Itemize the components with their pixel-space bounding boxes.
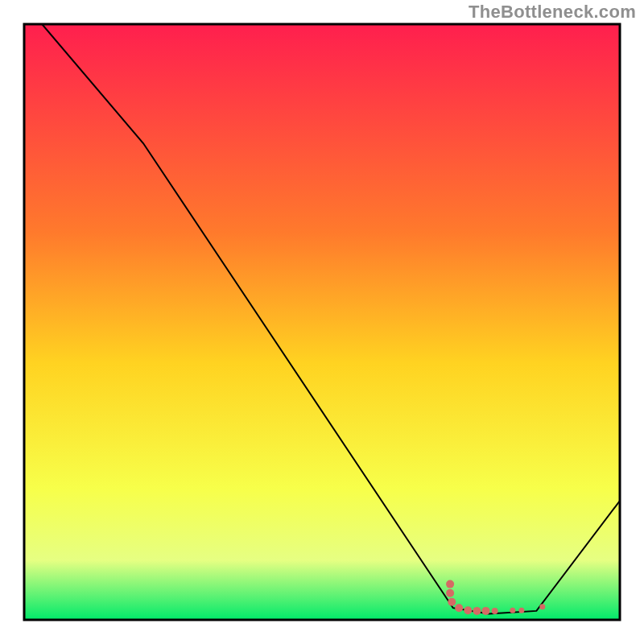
attribution-text: TheBottleneck.com: [469, 2, 636, 23]
data-marker: [473, 607, 481, 615]
data-marker: [448, 598, 456, 606]
chart-canvas: TheBottleneck.com: [0, 0, 644, 644]
data-marker: [539, 604, 545, 609]
data-marker: [455, 604, 463, 612]
data-marker: [518, 608, 524, 613]
data-marker: [446, 589, 454, 597]
data-marker: [492, 608, 498, 614]
data-marker: [482, 607, 490, 615]
bottleneck-chart: [0, 0, 644, 644]
data-marker: [446, 580, 454, 588]
gradient-background: [24, 24, 620, 620]
data-marker: [510, 608, 515, 613]
data-marker: [464, 606, 472, 614]
